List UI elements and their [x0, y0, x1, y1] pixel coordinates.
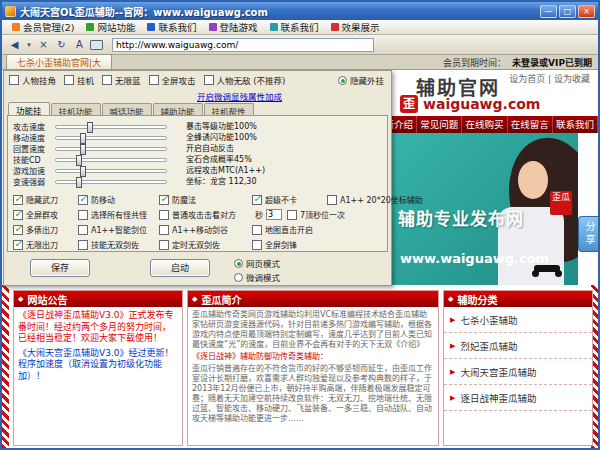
- back-icon[interactable]: ◀: [7, 39, 22, 50]
- slider-thumb[interactable]: [80, 166, 86, 177]
- logo-icon: 歪: [400, 95, 418, 113]
- grid-row: 多俵出刀 A1++智能剑位 A1++移动剑谷 地图直击开启: [13, 222, 428, 237]
- grid-checkbox[interactable]: 全屏剑锋: [252, 239, 297, 250]
- menu-login-game[interactable]: 登陆游戏: [203, 20, 264, 34]
- info-coords: 坐标：龙宫 112,30: [186, 176, 265, 187]
- tab-main[interactable]: 七杀小歪辅助官网|大: [6, 54, 112, 69]
- grid-checkbox[interactable]: 全屏群攻: [13, 209, 73, 220]
- grid-checkbox[interactable]: 防魔法: [159, 194, 247, 205]
- checkbox-hang-corner[interactable]: 人物挂角: [9, 74, 56, 86]
- category-item[interactable]: ▶ 烈妃歪瓜辅助: [444, 333, 592, 359]
- grid-checkbox[interactable]: A1++智能剑位: [78, 224, 154, 235]
- grid-checkbox[interactable]: 技能无双剑佐: [78, 239, 154, 250]
- nav-item-message[interactable]: 在线留言: [508, 116, 553, 133]
- slider-speed-strength: 变速强弱: [13, 176, 167, 187]
- seconds-input[interactable]: [266, 209, 282, 220]
- category-title: 辅助分类: [457, 292, 497, 307]
- menu-contact-2[interactable]: 联系我们: [264, 20, 325, 34]
- category-item[interactable]: ▶ 大闹天宫歪瓜辅助: [444, 359, 592, 385]
- announcement-p2: 《大闹天宫歪瓜辅助V3.0》经过更新！程序加速度（取消设置为初级化功能加）！: [18, 348, 178, 383]
- grid-checkbox[interactable]: 无限出刀: [13, 239, 73, 250]
- slider-attack-speed: 攻击速度: [13, 121, 167, 132]
- category-item[interactable]: ▶ 逐日战神歪瓜辅助: [444, 385, 592, 411]
- refresh-icon[interactable]: ↻: [54, 39, 69, 50]
- share-tab[interactable]: 分享: [578, 216, 598, 252]
- grid-row: 全屏群攻 选择所有怪共怪 普通攻击击看对方 秒 7顶秒位一次: [13, 207, 428, 222]
- info-gem: 宝石合成概率45%: [186, 154, 265, 165]
- url-input[interactable]: [112, 38, 374, 52]
- maximize-button[interactable]: □: [559, 5, 576, 18]
- info-ranged: 远程攻击MTC(A1++): [186, 165, 265, 176]
- nav-item-contact[interactable]: 联系我们: [553, 116, 598, 133]
- slider-return-speed: 回置速度: [13, 143, 167, 154]
- info-dodge: 全蜂诱闪功能100%: [186, 132, 265, 143]
- slider-thumb[interactable]: [80, 144, 86, 155]
- font-size-icon[interactable]: A: [72, 39, 87, 50]
- intro-p3: 歪瓜行销普遍存在的不符合货币的好的不够坚韧而延生，由歪瓜工作室设计长期打磨，欢喜…: [192, 364, 434, 424]
- slider-thumb[interactable]: [80, 133, 86, 144]
- info-counter: 开启自动反击: [186, 143, 265, 154]
- radio-tune-mode[interactable]: 微调模式: [234, 270, 280, 284]
- menu-effects[interactable]: 效果展示: [325, 20, 386, 34]
- contact-icon: [270, 23, 278, 31]
- checkbox-infinite-mana[interactable]: 无限蓝: [102, 74, 141, 86]
- announcement-body: 《逐日战神歪瓜辅助V3.0》正式发布专番时间！经过约两个多月的努力时间，已经相当…: [14, 307, 182, 385]
- slider-thumb[interactable]: [87, 122, 93, 133]
- grid-row: 隐藏武刀 防移动 防魔法 超级不卡 A1++ 20*20坐标辅助: [13, 192, 428, 207]
- set-homepage-links[interactable]: 设为首页 | 设为收藏: [509, 72, 590, 85]
- member-expiry: 会员到期时间：未登录或VIP已到期: [443, 56, 592, 69]
- chevron-down-icon[interactable]: ▾: [25, 41, 33, 49]
- scooter-wheel: [555, 270, 562, 277]
- radio-hide-cheat[interactable]: 隐藏外挂: [338, 74, 384, 86]
- tab-strip: 七杀小歪辅助官网|大 会员到期时间：未登录或VIP已到期: [2, 55, 598, 70]
- start-button[interactable]: 启动: [150, 259, 210, 277]
- stop-icon[interactable]: ×: [36, 39, 51, 50]
- grid-checkbox[interactable]: 7顶秒位一次: [287, 209, 345, 220]
- nav-item-faq[interactable]: 常见问题: [417, 116, 462, 133]
- member-expiry-value: 未登录或VIP已到期: [512, 58, 592, 68]
- checkbox-fullscreen-attack[interactable]: 全屏攻击: [149, 74, 196, 86]
- site-icon: [86, 23, 94, 31]
- intro-box: ◆ 歪瓜简介 歪瓜辅助传奇类网页游戏辅助均利用VC标准编程技术结合歪瓜辅助家钻研…: [187, 290, 439, 446]
- grid-checkbox[interactable]: 普通攻击击看对方: [159, 209, 247, 220]
- grid-checkbox[interactable]: A1++ 20*20坐标辅助: [327, 194, 423, 205]
- banner-badge: 歪瓜: [550, 191, 572, 215]
- category-item[interactable]: ▶ 七杀小歪辅助: [444, 307, 592, 333]
- scooter-graphic: [530, 263, 564, 277]
- menu-site-functions[interactable]: 网站功能: [80, 20, 141, 34]
- game-icon: [209, 23, 217, 31]
- speed-sliders: 攻击速度 移动速度 回置速度 技能CD: [13, 121, 167, 187]
- grid-row: 无限出刀 技能无双剑佐 定时无双剑佐 全屏剑锋: [13, 237, 428, 252]
- top-options-row: 人物挂角 挂机 无限蓝 全屏攻击 人物无敌 (不推荐) 隐藏外挂: [9, 74, 386, 86]
- slider-thumb[interactable]: [76, 155, 82, 166]
- grid-checkbox[interactable]: 定时无双剑佐: [159, 239, 247, 250]
- grid-checkbox[interactable]: A1++移动剑谷: [159, 224, 247, 235]
- checkbox-auto-hang[interactable]: 挂机: [64, 74, 94, 86]
- radio-web-mode[interactable]: 网页模式: [234, 256, 280, 270]
- menu-contact-1[interactable]: 联系我们: [141, 20, 202, 34]
- panel-tab-page: 攻击速度 移动速度 回置速度 技能CD: [7, 115, 388, 252]
- announcement-box: ◆ 网站公告 《逐日战神歪瓜辅助V3.0》正式发布专番时间！经过约两个多月的努力…: [13, 290, 183, 446]
- arrow-icon: ▶: [450, 394, 455, 402]
- grid-checkbox[interactable]: 选择所有怪共怪: [78, 209, 154, 220]
- scooter-wheel: [532, 270, 539, 277]
- save-button[interactable]: 保存: [30, 259, 90, 277]
- diamond-icon: ◆: [192, 295, 197, 303]
- grid-checkbox[interactable]: 超级不卡: [252, 194, 322, 205]
- category-header: ◆ 辅助分类: [444, 291, 592, 307]
- arrow-icon: ▶: [450, 342, 455, 350]
- grid-checkbox[interactable]: 隐藏武刀: [13, 194, 73, 205]
- close-button[interactable]: ×: [578, 5, 595, 18]
- grid-checkbox[interactable]: 防移动: [78, 194, 154, 205]
- grid-checkbox[interactable]: 多俵出刀: [13, 224, 73, 235]
- menu-member[interactable]: 会员管理(2): [6, 20, 80, 34]
- app-window: 大闹天宫OL歪瓜辅助--官网：www.waiguawg.com — □ × 会员…: [0, 0, 600, 450]
- toolbar: ◀ ▾ × ↻ A: [2, 35, 598, 55]
- grid-checkbox[interactable]: 地图直击开启: [252, 224, 313, 235]
- main-area: 设为首页 | 设为收藏 辅助官网 歪 waiguawg.com 最新介绍 常见问…: [2, 70, 598, 448]
- slider-thumb[interactable]: [76, 177, 82, 188]
- print-icon[interactable]: [90, 40, 103, 50]
- checkbox-invincible[interactable]: 人物无敌 (不推荐): [204, 74, 286, 86]
- minimize-button[interactable]: —: [540, 5, 557, 18]
- nav-item-buy[interactable]: 在线购买: [462, 116, 507, 133]
